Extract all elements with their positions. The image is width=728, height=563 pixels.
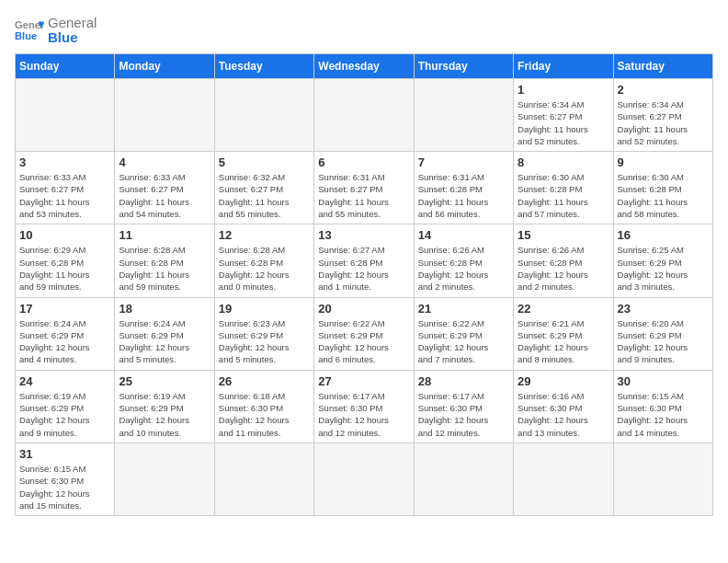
calendar-cell: [414, 79, 513, 152]
calendar-cell: [314, 442, 414, 515]
calendar-cell: 17Sunrise: 6:24 AM Sunset: 6:29 PM Dayli…: [16, 297, 115, 370]
day-info: Sunrise: 6:33 AM Sunset: 6:27 PM Dayligh…: [19, 171, 110, 220]
calendar-cell: 19Sunrise: 6:23 AM Sunset: 6:29 PM Dayli…: [214, 297, 313, 370]
day-info: Sunrise: 6:21 AM Sunset: 6:29 PM Dayligh…: [518, 317, 609, 366]
calendar-cell: 3Sunrise: 6:33 AM Sunset: 6:27 PM Daylig…: [16, 152, 115, 224]
calendar-week-row: 31Sunrise: 6:15 AM Sunset: 6:30 PM Dayli…: [16, 442, 713, 515]
calendar-cell: 14Sunrise: 6:26 AM Sunset: 6:28 PM Dayli…: [414, 224, 513, 297]
calendar-table: SundayMondayTuesdayWednesdayThursdayFrid…: [15, 53, 713, 516]
day-info: Sunrise: 6:28 AM Sunset: 6:28 PM Dayligh…: [219, 244, 310, 293]
day-info: Sunrise: 6:34 AM Sunset: 6:27 PM Dayligh…: [518, 98, 609, 147]
calendar-cell: [16, 79, 115, 152]
day-info: Sunrise: 6:26 AM Sunset: 6:28 PM Dayligh…: [418, 244, 509, 293]
day-info: Sunrise: 6:33 AM Sunset: 6:27 PM Dayligh…: [119, 171, 210, 220]
calendar-cell: 1Sunrise: 6:34 AM Sunset: 6:27 PM Daylig…: [514, 79, 613, 152]
calendar-cell: 29Sunrise: 6:16 AM Sunset: 6:30 PM Dayli…: [514, 370, 613, 442]
calendar-cell: 13Sunrise: 6:27 AM Sunset: 6:28 PM Dayli…: [314, 224, 414, 297]
calendar-cell: 20Sunrise: 6:22 AM Sunset: 6:29 PM Dayli…: [314, 297, 414, 370]
day-number: 14: [418, 228, 509, 242]
calendar-cell: [314, 79, 414, 152]
day-info: Sunrise: 6:31 AM Sunset: 6:27 PM Dayligh…: [318, 171, 409, 220]
day-info: Sunrise: 6:16 AM Sunset: 6:30 PM Dayligh…: [518, 390, 609, 439]
day-info: Sunrise: 6:29 AM Sunset: 6:28 PM Dayligh…: [19, 244, 110, 293]
day-info: Sunrise: 6:17 AM Sunset: 6:30 PM Dayligh…: [418, 390, 509, 439]
day-header-sunday: Sunday: [16, 54, 115, 79]
calendar-week-row: 24Sunrise: 6:19 AM Sunset: 6:29 PM Dayli…: [16, 370, 713, 442]
day-header-monday: Monday: [115, 54, 214, 79]
day-number: 23: [618, 302, 709, 316]
day-header-tuesday: Tuesday: [214, 54, 313, 79]
calendar-cell: 6Sunrise: 6:31 AM Sunset: 6:27 PM Daylig…: [314, 152, 414, 224]
calendar-cell: 31Sunrise: 6:15 AM Sunset: 6:30 PM Dayli…: [16, 442, 115, 515]
svg-text:Blue: Blue: [15, 30, 37, 41]
calendar-cell: 25Sunrise: 6:19 AM Sunset: 6:29 PM Dayli…: [115, 370, 214, 442]
day-info: Sunrise: 6:23 AM Sunset: 6:29 PM Dayligh…: [219, 317, 310, 366]
day-info: Sunrise: 6:27 AM Sunset: 6:28 PM Dayligh…: [318, 244, 409, 293]
calendar-header-row: SundayMondayTuesdayWednesdayThursdayFrid…: [16, 54, 713, 79]
calendar-cell: 11Sunrise: 6:28 AM Sunset: 6:28 PM Dayli…: [115, 224, 214, 297]
day-info: Sunrise: 6:26 AM Sunset: 6:28 PM Dayligh…: [518, 244, 609, 293]
calendar-cell: 22Sunrise: 6:21 AM Sunset: 6:29 PM Dayli…: [514, 297, 613, 370]
day-number: 12: [219, 228, 310, 242]
calendar-cell: 2Sunrise: 6:34 AM Sunset: 6:27 PM Daylig…: [613, 79, 712, 152]
day-number: 25: [119, 374, 210, 388]
day-info: Sunrise: 6:24 AM Sunset: 6:29 PM Dayligh…: [19, 317, 110, 366]
day-number: 6: [318, 155, 409, 169]
calendar-week-row: 10Sunrise: 6:29 AM Sunset: 6:28 PM Dayli…: [16, 224, 713, 297]
calendar-week-row: 17Sunrise: 6:24 AM Sunset: 6:29 PM Dayli…: [16, 297, 713, 370]
calendar-week-row: 1Sunrise: 6:34 AM Sunset: 6:27 PM Daylig…: [16, 79, 713, 152]
calendar-cell: 12Sunrise: 6:28 AM Sunset: 6:28 PM Dayli…: [214, 224, 313, 297]
calendar-cell: 8Sunrise: 6:30 AM Sunset: 6:28 PM Daylig…: [514, 152, 613, 224]
day-info: Sunrise: 6:32 AM Sunset: 6:27 PM Dayligh…: [219, 171, 310, 220]
day-number: 5: [219, 155, 310, 169]
page-container: General Blue General Blue SundayMondayTu…: [15, 15, 713, 516]
day-info: Sunrise: 6:15 AM Sunset: 6:30 PM Dayligh…: [618, 390, 709, 439]
day-info: Sunrise: 6:18 AM Sunset: 6:30 PM Dayligh…: [219, 390, 310, 439]
day-info: Sunrise: 6:19 AM Sunset: 6:29 PM Dayligh…: [119, 390, 210, 439]
day-number: 22: [518, 302, 609, 316]
calendar-cell: 27Sunrise: 6:17 AM Sunset: 6:30 PM Dayli…: [314, 370, 414, 442]
day-header-thursday: Thursday: [414, 54, 513, 79]
day-info: Sunrise: 6:30 AM Sunset: 6:28 PM Dayligh…: [518, 171, 609, 220]
day-number: 1: [518, 83, 609, 97]
day-number: 17: [19, 302, 110, 316]
calendar-cell: 9Sunrise: 6:30 AM Sunset: 6:28 PM Daylig…: [613, 152, 712, 224]
calendar-cell: 5Sunrise: 6:32 AM Sunset: 6:27 PM Daylig…: [214, 152, 313, 224]
calendar-cell: [514, 442, 613, 515]
day-header-wednesday: Wednesday: [314, 54, 414, 79]
day-number: 18: [119, 302, 210, 316]
day-info: Sunrise: 6:15 AM Sunset: 6:30 PM Dayligh…: [19, 463, 110, 511]
day-number: 16: [618, 228, 709, 242]
header: General Blue General Blue: [15, 15, 713, 46]
calendar-cell: [115, 79, 214, 152]
day-number: 31: [19, 447, 110, 461]
day-number: 24: [19, 374, 110, 388]
day-info: Sunrise: 6:30 AM Sunset: 6:28 PM Dayligh…: [618, 171, 709, 220]
day-number: 29: [518, 374, 609, 388]
calendar-cell: 28Sunrise: 6:17 AM Sunset: 6:30 PM Dayli…: [414, 370, 513, 442]
day-number: 4: [119, 155, 210, 169]
calendar-cell: 21Sunrise: 6:22 AM Sunset: 6:29 PM Dayli…: [414, 297, 513, 370]
calendar-cell: 4Sunrise: 6:33 AM Sunset: 6:27 PM Daylig…: [115, 152, 214, 224]
day-number: 2: [618, 83, 709, 97]
day-number: 10: [19, 228, 110, 242]
logo-blue: Blue: [48, 29, 97, 46]
day-info: Sunrise: 6:31 AM Sunset: 6:28 PM Dayligh…: [418, 171, 509, 220]
svg-text:General: General: [15, 19, 44, 30]
day-header-saturday: Saturday: [613, 54, 712, 79]
calendar-cell: 7Sunrise: 6:31 AM Sunset: 6:28 PM Daylig…: [414, 152, 513, 224]
day-number: 20: [318, 302, 409, 316]
day-info: Sunrise: 6:22 AM Sunset: 6:29 PM Dayligh…: [318, 317, 409, 366]
day-info: Sunrise: 6:25 AM Sunset: 6:29 PM Dayligh…: [618, 244, 709, 293]
day-number: 30: [618, 374, 709, 388]
logo-area: General Blue General Blue: [15, 15, 97, 46]
calendar-cell: 24Sunrise: 6:19 AM Sunset: 6:29 PM Dayli…: [16, 370, 115, 442]
day-number: 9: [618, 155, 709, 169]
calendar-cell: 15Sunrise: 6:26 AM Sunset: 6:28 PM Dayli…: [514, 224, 613, 297]
day-info: Sunrise: 6:17 AM Sunset: 6:30 PM Dayligh…: [318, 390, 409, 439]
logo-icon: General Blue: [15, 16, 44, 45]
day-info: Sunrise: 6:28 AM Sunset: 6:28 PM Dayligh…: [119, 244, 210, 293]
calendar-cell: 26Sunrise: 6:18 AM Sunset: 6:30 PM Dayli…: [214, 370, 313, 442]
day-info: Sunrise: 6:20 AM Sunset: 6:29 PM Dayligh…: [618, 317, 709, 366]
calendar-cell: [613, 442, 712, 515]
